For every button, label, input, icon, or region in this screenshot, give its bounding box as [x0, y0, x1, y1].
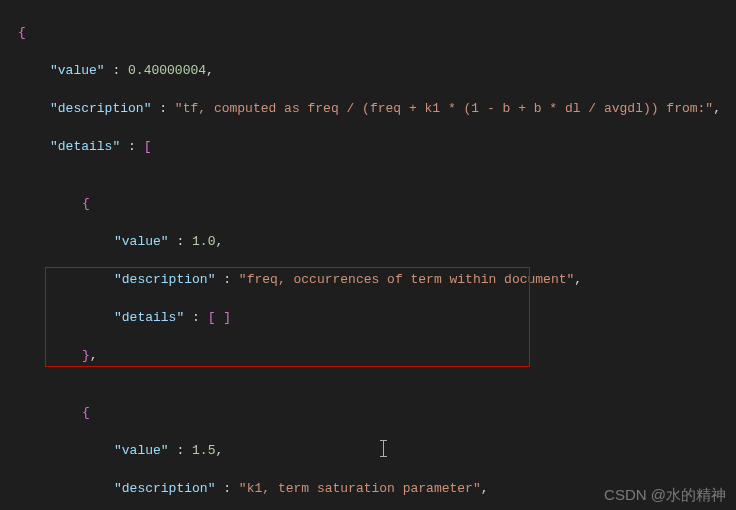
item-open: { — [0, 194, 736, 213]
item-description: "description" : "freq, occurrences of te… — [0, 270, 736, 289]
code-block: { "value" : 0.40000004, "description" : … — [0, 0, 736, 510]
item-value: "value" : 1.5, — [0, 441, 736, 460]
item-value: "value" : 1.0, — [0, 232, 736, 251]
item-description: "description" : "k1, term saturation par… — [0, 479, 736, 498]
top-value-line: "value" : 0.40000004, — [0, 61, 736, 80]
details-open: "details" : [ — [0, 137, 736, 156]
item-open: { — [0, 403, 736, 422]
top-description-line: "description" : "tf, computed as freq / … — [0, 99, 736, 118]
item-close: }, — [0, 346, 736, 365]
open-brace: { — [0, 23, 736, 42]
text-cursor-icon — [383, 441, 384, 456]
item-details: "details" : [ ] — [0, 308, 736, 327]
